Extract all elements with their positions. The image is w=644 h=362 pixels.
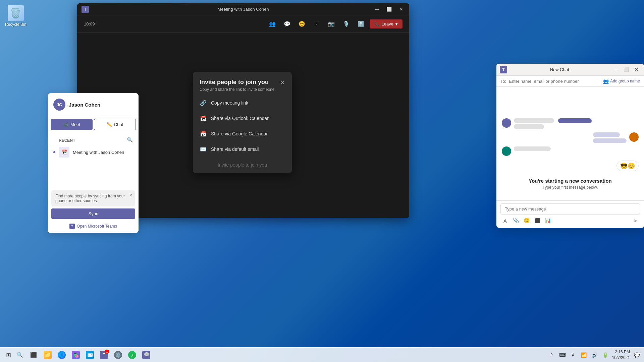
chat-placeholder-row-3 (502, 146, 639, 156)
new-chat-close-button[interactable]: ✕ (632, 65, 641, 74)
chat-placeholder-messages: 😎😊 (502, 118, 639, 171)
taskbar-task-view[interactable]: ⬛ (27, 348, 40, 362)
volume-icon[interactable]: 🔊 (590, 350, 599, 360)
emoji-reaction-row: 😎😊 (502, 161, 639, 171)
chat-placeholder-row-2 (502, 132, 639, 143)
open-teams-link[interactable]: T Open Microsoft Teams (48, 222, 139, 233)
chat-avatar-2 (629, 132, 639, 142)
share-email-option[interactable]: ✉️ Share via default email (193, 141, 292, 157)
new-chat-teams-icon: T (500, 66, 507, 73)
invite-footer-text: Invite people to join you (218, 162, 267, 168)
new-chat-minimize-button[interactable]: — (612, 65, 621, 74)
mic-button[interactable]: 🎙️ (340, 18, 352, 30)
attach-icon[interactable]: 📎 (511, 216, 521, 225)
task-view-icon: ⬛ (30, 351, 38, 359)
search-icon[interactable]: 🔍 (127, 137, 133, 143)
minimize-button[interactable]: — (372, 5, 382, 14)
taskbar-settings[interactable]: ⚙️ (111, 348, 125, 362)
recent-meeting-label: Meeting with Jason Cohen (73, 150, 124, 155)
message-input[interactable] (500, 203, 640, 215)
microphone-tray-icon[interactable]: 🎙 (569, 350, 578, 360)
meeting-title: Meeting with Jason Cohen (217, 7, 269, 12)
store-icon: 🛍️ (72, 351, 80, 359)
keyboard-icon[interactable]: ⌨ (558, 350, 567, 360)
windows-start-icon: ⊞ (6, 351, 11, 359)
open-teams-label: Open Microsoft Teams (77, 224, 117, 229)
meeting-toolbar: 10:09 👥 💬 😊 ··· 📷 🎙️ ⬆️ 📞 Leave ▾ (77, 15, 409, 33)
contact-card: JC Jason Cohen 📹 Meet ✏️ Chat Recent 🔍 📅… (48, 93, 139, 233)
taskbar-store[interactable]: 🛍️ (69, 348, 83, 362)
chat-placeholder-row-1 (502, 118, 639, 129)
chat-button[interactable]: 💬 (281, 18, 293, 30)
contact-card-actions: 📹 Meet ✏️ Chat (48, 116, 139, 133)
sync-button[interactable]: Sync (51, 208, 135, 219)
emoji-icon[interactable]: 🙂 (522, 216, 531, 225)
emoji-reaction-bubble: 😎😊 (616, 161, 639, 171)
email-icon: ✉️ (200, 145, 207, 153)
new-chat-titlebar: T New Chat — ⬜ ✕ (496, 64, 644, 76)
teams-badge: 1 (105, 350, 109, 354)
new-chat-window-controls: — ⬜ ✕ (612, 65, 641, 74)
battery-icon: 🔋 (601, 350, 610, 360)
sync-banner-close-button[interactable]: ✕ (129, 193, 132, 198)
copy-link-icon: 🔗 (200, 99, 207, 107)
chat-avatar-3 (502, 146, 511, 156)
to-input[interactable] (509, 79, 600, 84)
add-group-name-button[interactable]: 👥 Add group name (603, 78, 640, 84)
new-chat-starting-text: You're starting a new conversation Type … (529, 178, 612, 190)
notification-icon[interactable]: 💬 (632, 350, 641, 360)
send-button[interactable]: ➤ (631, 216, 640, 225)
new-chat-body: 😎😊 You're starting a new conversation Ty… (496, 87, 644, 200)
chat-icon: ✏️ (107, 122, 112, 127)
meeting-titlebar: T Meeting with Jason Cohen — ⬜ ✕ (77, 3, 409, 15)
wifi-icon[interactable]: 📶 (579, 350, 589, 360)
share-google-option[interactable]: 📅 Share via Google Calendar (193, 126, 292, 141)
share-button[interactable]: ⬆️ (355, 18, 367, 30)
close-button[interactable]: ✕ (396, 5, 406, 14)
show-hidden-icons-button[interactable]: ^ (547, 350, 556, 360)
invite-modal-footer: Invite people to join you (193, 157, 292, 173)
taskbar-teams-second[interactable]: T · (140, 348, 153, 362)
system-clock[interactable]: 2:16 PM 10/7/2021 (610, 349, 632, 361)
taskbar-teams[interactable]: T 1 (97, 348, 111, 362)
mail-icon: ✉️ (86, 351, 94, 359)
recycle-bin-icon: 🗑️ (8, 5, 24, 21)
search-button[interactable]: 🔍 (14, 349, 25, 361)
copy-meeting-link-option[interactable]: 🔗 Copy meeting link (193, 95, 292, 111)
start-button[interactable]: ⊞ (3, 349, 14, 361)
participants-button[interactable]: 👥 (266, 18, 278, 30)
file-explorer-icon: 📁 (44, 351, 52, 359)
clock-time: 2:16 PM (612, 349, 630, 355)
toolbar-actions: 👥 💬 😊 ··· 📷 🎙️ ⬆️ 📞 Leave ▾ (266, 18, 402, 30)
recent-meeting-item[interactable]: 📅 Meeting with Jason Cohen (48, 144, 139, 160)
clock-date: 10/7/2021 (612, 355, 630, 361)
teams-small-icon: T (69, 224, 75, 229)
camera-button[interactable]: 📷 (325, 18, 337, 30)
more-options-button[interactable]: ··· (311, 18, 323, 30)
new-chat-window-title: New Chat (507, 67, 612, 72)
chat-button[interactable]: ✏️ Chat (94, 119, 136, 130)
share-outlook-option[interactable]: 📅 Share via Outlook Calendar (193, 111, 292, 126)
taskbar-file-explorer[interactable]: 📁 (41, 348, 54, 362)
new-chat-maximize-button[interactable]: ⬜ (622, 65, 631, 74)
recycle-bin[interactable]: 🗑️ Recycle Bin (3, 3, 28, 28)
contact-name: Jason Cohen (69, 102, 100, 108)
leave-icon: 📞 (374, 21, 380, 26)
contact-initials: JC (57, 102, 62, 107)
outlook-calendar-icon: 📅 (200, 115, 207, 122)
invite-people-modal: Invite people to join you Copy and share… (193, 72, 292, 173)
copy-meeting-link-label: Copy meeting link (211, 100, 248, 106)
more-icon[interactable]: 📊 (543, 216, 553, 225)
taskbar-spotify[interactable]: ♪ (125, 348, 139, 362)
leave-button[interactable]: 📞 Leave ▾ (370, 19, 402, 28)
reactions-button[interactable]: 😊 (296, 18, 308, 30)
format-text-icon[interactable]: A (500, 216, 510, 225)
invite-modal-close-button[interactable]: ✕ (279, 79, 285, 86)
meet-button[interactable]: 📹 Meet (51, 119, 93, 130)
maximize-button[interactable]: ⬜ (384, 5, 394, 14)
desktop: 🗑️ Recycle Bin T Meeting with Jason Cohe… (0, 0, 644, 362)
taskbar-edge[interactable]: 🌐 (55, 348, 68, 362)
taskbar-mail[interactable]: ✉️ (83, 348, 97, 362)
invite-modal-header: Invite people to join you Copy and share… (193, 72, 292, 95)
gif-icon[interactable]: ⬛ (533, 216, 542, 225)
